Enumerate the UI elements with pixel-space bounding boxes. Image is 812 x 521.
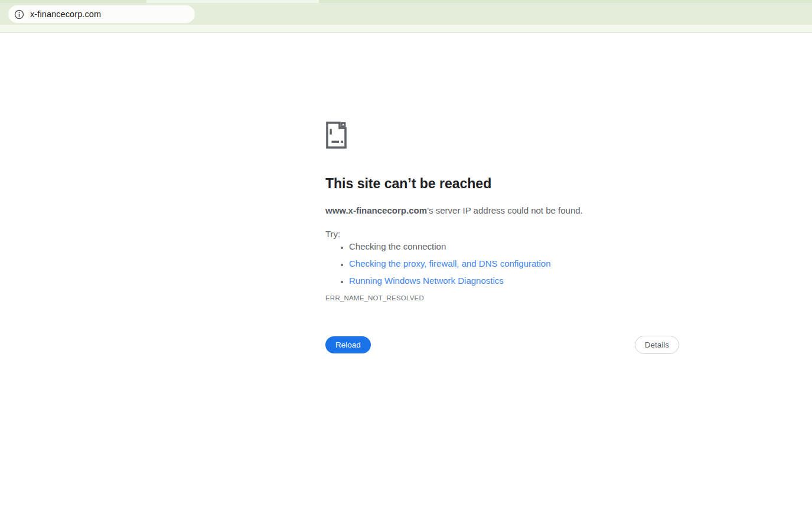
address-bar[interactable]: x-financecorp.com	[8, 5, 195, 23]
bookmarks-band	[0, 25, 812, 32]
browser-toolbar: x-financecorp.com	[0, 3, 812, 25]
suggestion-item: Checking the proxy, firewall, and DNS co…	[349, 258, 656, 270]
suggestion-item: Running Windows Network Diagnostics	[349, 275, 656, 287]
button-row: Reload Details	[325, 336, 679, 354]
suggestion-list: Checking the connection Checking the pro…	[325, 241, 656, 292]
sad-file-icon	[325, 121, 347, 149]
suggestion-item: Checking the connection	[349, 241, 656, 253]
network-diagnostics-link[interactable]: Running Windows Network Diagnostics	[349, 276, 504, 286]
error-domain: www.x-financecorp.com	[325, 205, 427, 215]
reload-button[interactable]: Reload	[325, 336, 371, 353]
proxy-firewall-dns-link[interactable]: Checking the proxy, firewall, and DNS co…	[349, 258, 551, 268]
toolbar-divider	[0, 32, 812, 33]
error-message: www.x-financecorp.com’s server IP addres…	[325, 205, 680, 217]
error-code: ERR_NAME_NOT_RESOLVED	[325, 294, 424, 302]
url-text: x-financecorp.com	[30, 9, 101, 19]
try-label: Try:	[325, 229, 340, 239]
error-title: This site can’t be reached	[325, 175, 680, 192]
error-message-suffix: ’s server IP address could not be found.	[427, 205, 583, 215]
page-info-icon[interactable]	[14, 9, 24, 19]
details-button[interactable]: Details	[635, 336, 679, 354]
suggestion-text: Checking the connection	[349, 241, 446, 251]
